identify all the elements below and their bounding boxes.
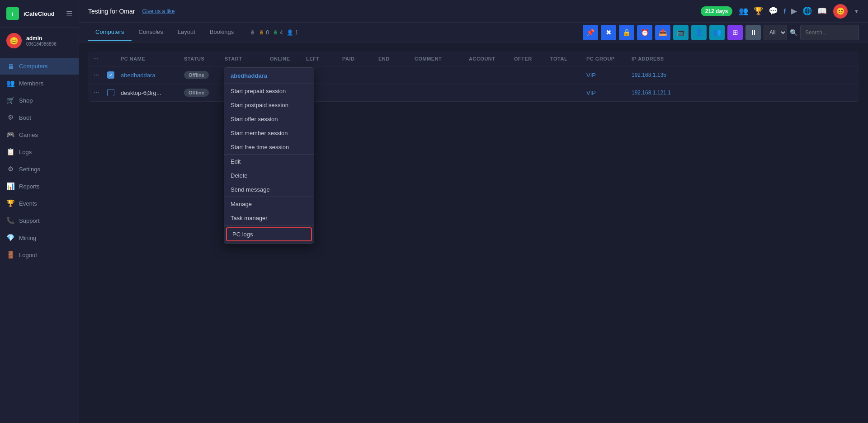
logout-icon: 🚪 — [6, 251, 14, 259]
row2-dots[interactable]: ··· — [94, 89, 107, 97]
toolbar-btn-timer[interactable]: ⏰ — [637, 25, 652, 40]
toolbar-btn-pin[interactable]: 📌 — [583, 25, 598, 40]
ctx-start-postpaid[interactable]: Start postpaid session — [224, 98, 314, 112]
row1-dots[interactable]: ··· — [94, 71, 107, 79]
facebook-topbar-icon[interactable]: f — [783, 8, 786, 15]
sidebar-item-reports[interactable]: 📊 Reports — [0, 178, 79, 195]
row2-ipaddress[interactable]: 192.168.1.121.1 — [632, 89, 690, 96]
sidebar-item-logout[interactable]: 🚪 Logout — [0, 246, 79, 263]
col-end-header: END — [378, 56, 415, 61]
topbar-like-link[interactable]: Give us a like — [142, 8, 175, 14]
topbar-dropdown-caret[interactable]: ▼ — [854, 9, 859, 14]
sidebar-label-logout: Logout — [19, 252, 37, 258]
book-topbar-icon[interactable]: 📖 — [817, 6, 827, 16]
toolbar-btn-user-x[interactable]: ✖ — [601, 25, 616, 40]
logo-icon: i — [6, 7, 19, 20]
support-icon: 📞 — [6, 216, 14, 225]
row1-pcname[interactable]: abedhaddara — [121, 72, 184, 79]
context-menu: abedhaddara Start prepaid session Start … — [224, 67, 314, 244]
sidebar-logo: i iCafeCloud ☰ — [0, 0, 79, 28]
monitor-icon: 🖥 — [250, 29, 255, 36]
table-header: ··· PC NAME STATUS START ONLINE LEFT PAI… — [88, 52, 859, 66]
ctx-start-freetime[interactable]: Start free time session — [224, 140, 314, 154]
ctx-delete[interactable]: Delete — [224, 169, 314, 183]
search-input[interactable] — [800, 25, 859, 40]
col-account-header: ACCOUNT — [469, 56, 514, 61]
status-chip-offline: 🖥 0 — [259, 29, 269, 36]
context-menu-manage-section: Manage Task manager — [224, 197, 314, 226]
row2-status: Offline — [184, 89, 225, 97]
logs-icon: 📋 — [6, 148, 14, 156]
ctx-start-member[interactable]: Start member session — [224, 126, 314, 140]
chat-topbar-icon[interactable]: 💬 — [769, 6, 778, 16]
sidebar-item-computers[interactable]: 🖥 Computers — [0, 58, 79, 75]
context-menu-logs-section: PC logs — [224, 227, 314, 241]
col-left-header: LEFT — [306, 56, 342, 61]
col-offer-header: OFFER — [514, 56, 550, 61]
settings-icon: ⚙ — [6, 165, 14, 173]
status-icons: 🖥 🖥 0 🖥 4 👤 1 — [250, 29, 298, 36]
sidebar-label-mining: Mining — [19, 235, 36, 241]
sidebar-item-games[interactable]: 🎮 Games — [0, 126, 79, 143]
youtube-topbar-icon[interactable]: ▶ — [791, 6, 797, 16]
ctx-manage[interactable]: Manage — [224, 197, 314, 211]
sidebar-item-events[interactable]: 🏆 Events — [0, 195, 79, 212]
row2-pcgroup: VIP — [586, 89, 632, 96]
person-icon: 👤 — [287, 29, 293, 36]
sidebar-item-support[interactable]: 📞 Support — [0, 212, 79, 229]
context-menu-edit-section: Edit Delete Send message — [224, 155, 314, 197]
col-check-header — [107, 56, 121, 61]
sidebar-item-shop[interactable]: 🛒 Shop — [0, 92, 79, 109]
monitor-orange-icon: 🖥 — [259, 29, 264, 36]
toolbar-btn-lock[interactable]: 🔒 — [619, 25, 634, 40]
toolbar-btn-users[interactable]: 👤 — [691, 25, 707, 40]
member-count: 1 — [295, 29, 298, 36]
sidebar-item-mining[interactable]: 💎 Mining — [0, 229, 79, 246]
globe-topbar-icon[interactable]: 🌐 — [802, 6, 812, 16]
tab-bookings[interactable]: Bookings — [203, 24, 241, 41]
toolbar-btn-screen[interactable]: 📺 — [673, 25, 689, 40]
sidebar-item-members[interactable]: 👥 Members — [0, 75, 79, 92]
ctx-start-prepaid[interactable]: Start prepaid session — [224, 84, 314, 98]
col-paid-header: PAID — [342, 56, 378, 61]
tab-computers[interactable]: Computers — [88, 24, 132, 41]
topbar-icons: 👥 🏆 💬 f ▶ 🌐 📖 — [739, 6, 827, 16]
trophy-topbar-icon[interactable]: 🏆 — [754, 6, 763, 16]
col-online-header: ONLINE — [270, 56, 306, 61]
tab-consoles[interactable]: Consoles — [132, 24, 170, 41]
toolbar-btn-group[interactable]: 👥 — [709, 25, 725, 40]
days-badge[interactable]: 212 days — [701, 6, 733, 16]
games-icon: 🎮 — [6, 131, 14, 139]
toolbar-btn-pause[interactable]: ⏸ — [745, 25, 761, 40]
row1-checkbox[interactable] — [107, 71, 114, 79]
row1-pcgroup: VIP — [586, 72, 632, 79]
col-comment-header: COMMENT — [415, 56, 469, 61]
row2-checkbox[interactable] — [107, 89, 114, 96]
monitor-green-icon: 🖥 — [273, 29, 278, 36]
ctx-pc-logs[interactable]: PC logs — [226, 227, 312, 241]
ctx-send-message[interactable]: Send message — [224, 183, 314, 197]
ctx-start-offer[interactable]: Start offer session — [224, 112, 314, 126]
toolbar-filter-select[interactable]: All — [764, 25, 787, 40]
hamburger-button[interactable]: ☰ — [66, 9, 72, 18]
mining-icon: 💎 — [6, 234, 14, 242]
users-topbar-icon[interactable]: 👥 — [739, 6, 748, 16]
toolbar: 📌 ✖ 🔒 ⏰ 📤 📺 👤 👥 ⊞ ⏸ All 🔍 — [583, 25, 859, 40]
ctx-edit[interactable]: Edit — [224, 155, 314, 169]
sidebar-item-settings[interactable]: ⚙ Settings — [0, 160, 79, 178]
row1-ipaddress[interactable]: 192.168.1.135 — [632, 72, 690, 78]
col-start-header: START — [225, 56, 270, 61]
sidebar-label-settings: Settings — [19, 166, 40, 173]
events-icon: 🏆 — [6, 199, 14, 207]
sidebar-label-support: Support — [19, 217, 40, 224]
sidebar-item-boot[interactable]: ⚙ Boot — [0, 109, 79, 126]
sub-nav: Computers Consoles Layout Bookings 🖥 🖥 0… — [79, 23, 868, 42]
col-dots-header: ··· — [94, 56, 107, 61]
topbar-avatar[interactable]: 😊 — [833, 4, 848, 19]
ctx-task-manager[interactable]: Task manager — [224, 211, 314, 225]
toolbar-btn-grid[interactable]: ⊞ — [727, 25, 743, 40]
sidebar-label-events: Events — [19, 200, 37, 207]
toolbar-btn-export[interactable]: 📤 — [655, 25, 670, 40]
tab-layout[interactable]: Layout — [170, 24, 203, 41]
sidebar-item-logs[interactable]: 📋 Logs — [0, 143, 79, 160]
